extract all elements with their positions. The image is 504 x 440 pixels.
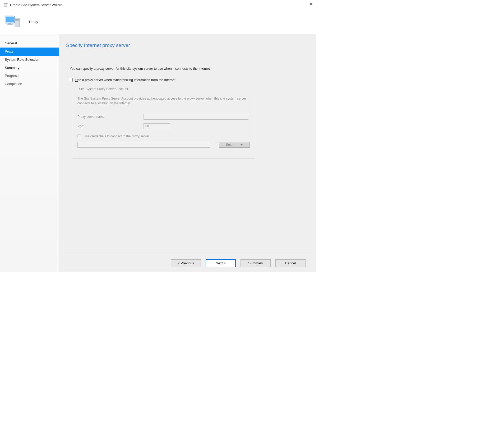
previous-button[interactable]: < Previous [171,259,201,267]
proxy-account-legend: Site System Proxy Server Account [77,87,130,91]
svg-rect-4 [6,17,14,22]
use-proxy-checkbox[interactable] [69,78,73,82]
cancel-button[interactable]: Cancel [275,259,306,267]
svg-rect-9 [15,20,19,21]
proxy-account-group: Site System Proxy Server Account The Sit… [72,87,255,158]
banner: Proxy [0,10,316,34]
proxy-name-label: Proxy server name: [77,115,144,119]
svg-rect-1 [4,3,7,4]
next-button[interactable]: Next > [206,259,236,267]
set-button-label: Set... [226,143,233,147]
wizard-steps-sidebar: General Proxy System Role Selection Summ… [0,34,59,272]
use-proxy-label[interactable]: Use a proxy server when synchronizing in… [75,78,175,82]
proxy-account-description: The Site System Proxy Server Account pro… [77,96,250,106]
svg-rect-5 [8,23,11,24]
sidebar-item-progress[interactable]: Progress [0,72,59,80]
proxy-name-input[interactable] [144,114,248,120]
credentials-input[interactable] [77,142,210,148]
body: General Proxy System Role Selection Summ… [0,34,316,272]
port-input[interactable] [144,123,170,129]
sidebar-item-general[interactable]: General [0,39,59,48]
app-icon [4,3,8,7]
use-credentials-checkbox[interactable] [77,134,81,138]
use-proxy-row: Use a proxy server when synchronizing in… [69,78,316,82]
chevron-down-icon [240,144,243,146]
summary-button[interactable]: Summary [241,259,271,267]
use-credentials-row: Use credentials to connect to the proxy … [77,134,250,138]
titlebar: Create Site System Server Wizard ✕ [0,0,316,10]
svg-rect-8 [15,19,19,20]
port-label: Port: [77,124,144,128]
proxy-name-row: Proxy server name: [77,114,250,120]
close-icon[interactable]: ✕ [309,2,312,6]
sidebar-item-system-role-selection[interactable]: System Role Selection [0,56,59,64]
credentials-row: Set... [77,142,250,148]
content-pane: Specify Internet proxy server You can sp… [59,34,316,272]
sidebar-item-summary[interactable]: Summary [0,64,59,72]
page-description: You can specify a proxy server for this … [70,67,316,71]
computer-icon [4,13,21,30]
port-row: Port: [77,123,250,129]
svg-rect-6 [7,24,13,25]
set-button[interactable]: Set... [219,142,250,148]
sidebar-item-proxy[interactable]: Proxy [0,48,59,56]
sidebar-item-completion[interactable]: Completion [0,80,59,88]
window-title: Create Site System Server Wizard [10,3,62,7]
banner-step-name: Proxy [29,20,38,24]
page-heading: Specify Internet proxy server [66,43,316,48]
use-credentials-label: Use credentials to connect to the proxy … [84,134,149,138]
wizard-footer: < Previous Next > Summary Cancel [59,254,316,272]
